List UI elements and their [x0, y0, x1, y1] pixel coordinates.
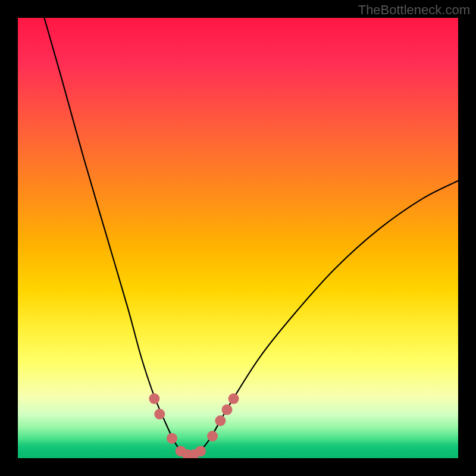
- curve-marker: [228, 393, 239, 404]
- curve-marker: [154, 409, 165, 419]
- chart-plot-area: [18, 18, 458, 458]
- curve-markers: [149, 393, 239, 458]
- curve-marker: [222, 405, 233, 415]
- watermark-text: TheBottleneck.com: [358, 2, 470, 18]
- curve-marker: [167, 433, 177, 444]
- curve-marker: [215, 415, 226, 426]
- stage: TheBottleneck.com: [0, 0, 476, 476]
- curve-marker: [195, 446, 206, 456]
- bottleneck-curve: [44, 18, 458, 456]
- curve-marker: [207, 431, 218, 441]
- curve-marker: [149, 393, 159, 404]
- chart-svg: [18, 18, 458, 458]
